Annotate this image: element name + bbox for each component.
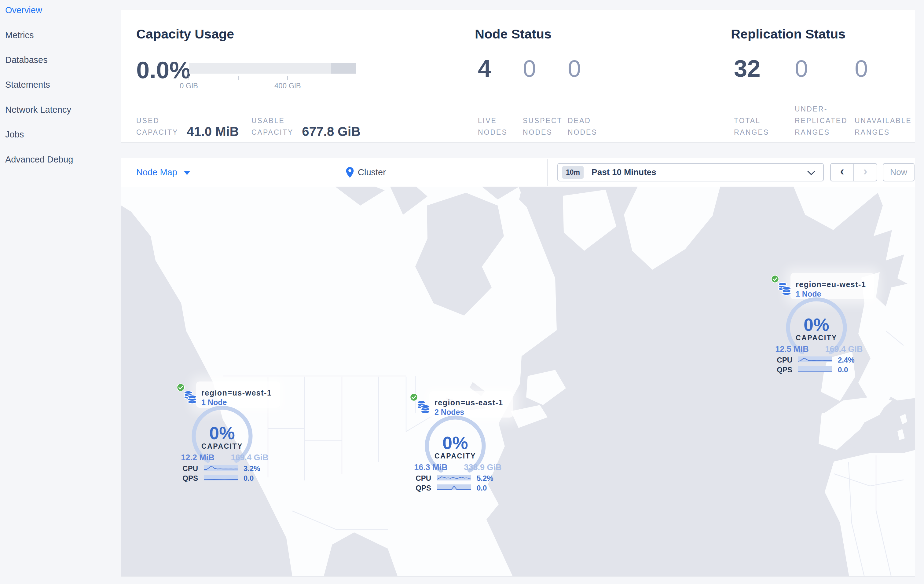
qps-label: QPS <box>393 484 431 492</box>
cpu-sparkline <box>798 357 832 362</box>
node-status-metric: 0SUSPECTNODES <box>523 56 563 138</box>
capacity-used-value: 16.3 MiB <box>403 463 458 472</box>
node-map[interactable]: region=us-west-11 Node0%CAPACITY12.2 MiB… <box>121 187 915 576</box>
capacity-stat-value: 677.8 GiB <box>302 125 360 138</box>
sidebar-item-databases[interactable]: Databases <box>0 48 121 72</box>
sidebar-item-metrics[interactable]: Metrics <box>0 23 121 47</box>
region-marker[interactable]: region=us-west-11 Node0%CAPACITY12.2 MiB… <box>166 380 282 484</box>
capacity-bar-tick-label: 400 GiB <box>274 82 301 90</box>
cpu-sparkline <box>204 465 238 470</box>
caret-down-icon <box>184 171 190 175</box>
cpu-sparkline <box>437 475 471 480</box>
capacity-bar-chart: 0 GiB400 GiB <box>189 63 356 100</box>
qps-value: 0.0 <box>838 365 848 374</box>
capacity-stat-label: USABLECAPACITY <box>251 115 293 138</box>
gauge-percent: 0% <box>786 314 847 335</box>
capacity-usage-title: Capacity Usage <box>136 26 234 41</box>
qps-label: QPS <box>160 474 198 483</box>
time-window-label: Past 10 Minutes <box>592 168 656 177</box>
capacity-total-value: 169.4 GiB <box>222 453 277 462</box>
cpu-label: CPU <box>160 464 198 473</box>
sidebar-item-jobs[interactable]: Jobs <box>0 122 121 147</box>
chevron-down-icon <box>807 168 815 175</box>
sidebar-item-network-latency[interactable]: Network Latency <box>0 97 121 122</box>
gauge-capacity-label: CAPACITY <box>425 452 486 460</box>
qps-sparkline <box>204 475 238 480</box>
qps-sparkline <box>798 366 832 372</box>
node-status-label: DEADNODES <box>568 115 597 138</box>
node-status-metric: 0DEADNODES <box>568 56 597 138</box>
capacity-bar-track <box>189 63 356 74</box>
capacity-bar-tick <box>188 76 189 80</box>
map-toolbar: Node Map Cluster 10m Past 10 Minutes ‹ › <box>121 158 915 187</box>
capacity-bar-tick-label: 0 GiB <box>180 82 198 90</box>
capacity-bar-highlight <box>331 63 356 74</box>
capacity-stat-label: USEDCAPACITY <box>136 115 178 138</box>
cpu-value: 2.4% <box>838 356 855 364</box>
sidebar-item-advanced-debug[interactable]: Advanced Debug <box>0 147 121 172</box>
capacity-stat-value: 41.0 MiB <box>187 125 239 138</box>
region-name[interactable]: region=us-west-1 <box>201 388 272 397</box>
replication-value: 32 <box>734 56 769 81</box>
breadcrumb-label: Cluster <box>358 168 386 178</box>
capacity-bar-tick <box>337 76 337 80</box>
node-status-label: SUSPECTNODES <box>523 115 563 138</box>
node-status-label: LIVENODES <box>478 115 508 138</box>
node-status-value: 0 <box>523 56 563 81</box>
qps-label: QPS <box>754 365 792 374</box>
time-now-button[interactable]: Now <box>883 163 914 181</box>
capacity-total-value: 169.4 GiB <box>817 345 871 354</box>
capacity-used-value: 12.2 MiB <box>170 453 225 462</box>
view-mode-label: Node Map <box>136 168 177 178</box>
capacity-bar-tick <box>238 76 239 80</box>
region-marker[interactable]: region=us-east-12 Nodes0%CAPACITY16.3 Mi… <box>399 390 515 493</box>
qps-value: 0.0 <box>477 484 487 492</box>
db-console-overview-page: OverviewMetricsDatabasesStatementsNetwor… <box>0 0 924 584</box>
view-mode-dropdown[interactable]: Node Map <box>136 158 190 187</box>
gauge-capacity-label: CAPACITY <box>191 442 253 451</box>
time-window-dropdown[interactable]: 10m Past 10 Minutes <box>557 163 824 181</box>
replication-label: TOTALRANGES <box>734 115 769 138</box>
capacity-used-value: 12.5 MiB <box>764 345 820 354</box>
replication-metric: 0UNDER-REPLICATEDRANGES <box>795 56 848 138</box>
cluster-summary-card: Capacity Usage 0.0% 0 GiB400 GiB USEDCAP… <box>121 9 915 143</box>
capacity-stat: USABLECAPACITY677.8 GiB <box>251 115 361 138</box>
node-status-title: Node Status <box>475 26 551 41</box>
map-pin-icon <box>346 167 354 178</box>
gauge-capacity-label: CAPACITY <box>786 334 847 342</box>
replication-label: UNDER-REPLICATEDRANGES <box>795 103 848 138</box>
gauge-percent: 0% <box>425 433 486 453</box>
breadcrumb[interactable]: Cluster <box>346 158 386 187</box>
time-prev-button[interactable]: ‹ <box>831 164 853 181</box>
sidebar-item-overview[interactable]: Overview <box>0 0 121 23</box>
replication-value: 0 <box>795 56 848 81</box>
time-step-buttons: ‹ › <box>830 163 877 181</box>
replication-label: UNAVAILABLERANGES <box>855 115 912 138</box>
replication-metric: 32TOTALRANGES <box>734 56 769 138</box>
replication-status-title: Replication Status <box>731 26 845 41</box>
capacity-used-percent: 0.0% <box>136 58 191 82</box>
sidebar-item-statements[interactable]: Statements <box>0 72 121 97</box>
node-status-value: 4 <box>478 56 508 81</box>
cpu-label: CPU <box>393 474 431 483</box>
capacity-stat: USEDCAPACITY41.0 MiB <box>136 115 239 138</box>
replication-metric: 0UNAVAILABLERANGES <box>855 56 912 138</box>
qps-value: 0.0 <box>244 474 254 483</box>
replication-value: 0 <box>855 56 912 81</box>
node-map-card: Node Map Cluster 10m Past 10 Minutes ‹ › <box>121 158 915 577</box>
cpu-value: 3.2% <box>244 464 260 473</box>
time-next-button[interactable]: › <box>853 164 877 181</box>
capacity-bar-tick <box>287 76 288 80</box>
node-status-metric: 4LIVENODES <box>478 56 508 138</box>
gauge-percent: 0% <box>191 423 253 443</box>
region-name[interactable]: region=us-east-1 <box>434 398 503 407</box>
cpu-label: CPU <box>754 356 792 364</box>
toolbar-divider <box>547 159 548 186</box>
qps-sparkline <box>437 484 471 490</box>
cpu-value: 5.2% <box>477 474 493 483</box>
region-name[interactable]: region=eu-west-1 <box>796 280 866 289</box>
sidebar: OverviewMetricsDatabasesStatementsNetwor… <box>0 0 121 584</box>
capacity-total-value: 338.9 GiB <box>455 463 510 472</box>
region-marker[interactable]: region=eu-west-11 Node0%CAPACITY12.5 MiB… <box>760 271 876 375</box>
node-status-value: 0 <box>568 56 597 81</box>
